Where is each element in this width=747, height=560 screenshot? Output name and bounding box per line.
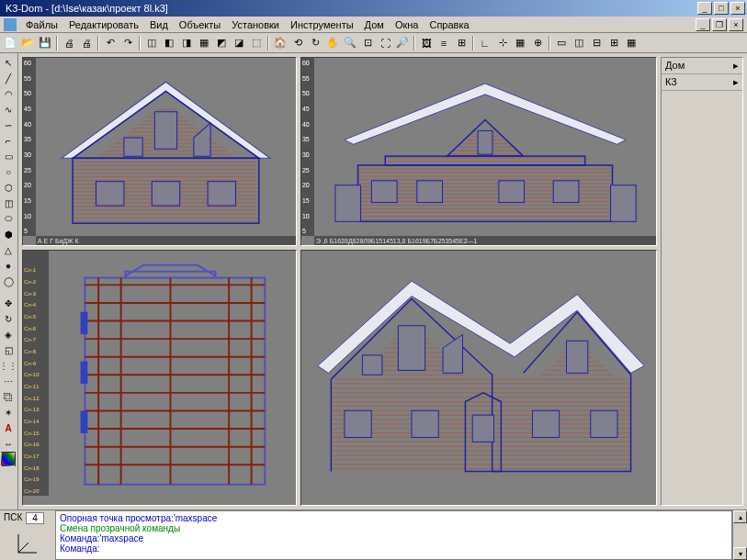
snap-icon[interactable]: ⊹ xyxy=(494,35,511,51)
menu-edit[interactable]: Редактировать xyxy=(63,18,144,31)
window-controls: _ □ × xyxy=(697,2,745,15)
wire-icon[interactable]: ⊞ xyxy=(453,35,470,51)
mirror-icon[interactable]: ◈ xyxy=(1,327,16,342)
menu-help[interactable]: Справка xyxy=(424,18,474,31)
open-icon[interactable]: 📂 xyxy=(19,35,36,51)
sphere-icon[interactable]: ● xyxy=(1,258,16,273)
pan-icon[interactable]: ✋ xyxy=(324,35,341,51)
cube5-icon[interactable]: ◩ xyxy=(213,35,230,51)
cyl-icon[interactable]: ⬭ xyxy=(1,211,16,226)
command-log[interactable]: Опорная точка просмотра:'maxspace Смена … xyxy=(55,510,732,560)
scroll-down-icon[interactable]: ▾ xyxy=(733,547,747,560)
cube1-icon[interactable]: ◫ xyxy=(143,35,160,51)
maximize-button[interactable]: □ xyxy=(714,2,729,15)
home-icon[interactable]: 🏠 xyxy=(272,35,289,51)
viewport-side[interactable]: 51015202530354045505560 xyxy=(300,57,657,246)
mdi-close-button[interactable]: × xyxy=(729,18,743,31)
scroll-up-icon[interactable]: ▴ xyxy=(733,510,747,523)
arr2-icon[interactable]: ⋯ xyxy=(1,374,16,388)
side-tab-k3[interactable]: К3▸ xyxy=(662,74,742,91)
spline-icon[interactable]: ∽ xyxy=(1,118,16,132)
cube3-icon[interactable]: ◨ xyxy=(178,35,195,51)
ortho-icon[interactable]: ∟ xyxy=(477,35,493,51)
exp-icon[interactable]: ✶ xyxy=(1,405,16,420)
grid-icon[interactable]: ▦ xyxy=(512,35,528,51)
copy-icon[interactable]: ⿻ xyxy=(1,389,16,404)
redo-icon[interactable]: ↷ xyxy=(119,35,136,51)
close-button[interactable]: × xyxy=(730,2,745,15)
palette-icon[interactable] xyxy=(1,452,16,466)
cube6-icon[interactable]: ◪ xyxy=(231,35,247,51)
svg-marker-139 xyxy=(443,335,462,374)
viewport-plan[interactable]: Сл-20Сл-19Сл-18Сл-17Сл-16Сл-15Сл-14Сл-13… xyxy=(22,250,297,506)
pline-icon[interactable]: ∿ xyxy=(1,102,16,117)
menu-settings[interactable]: Установки xyxy=(226,18,285,31)
arc-icon[interactable]: ◠ xyxy=(1,86,16,101)
zoom-in-icon[interactable]: 🔍 xyxy=(342,35,358,51)
front-elevation-drawing xyxy=(43,65,289,232)
layers-icon[interactable]: ≡ xyxy=(436,35,452,51)
vp2-icon[interactable]: ◫ xyxy=(571,35,587,51)
vp5-icon[interactable]: ▦ xyxy=(623,35,639,51)
menu-house[interactable]: Дом xyxy=(359,18,390,31)
cmd-scrollbar[interactable]: ▴ ▾ xyxy=(732,510,747,560)
svg-rect-37 xyxy=(96,182,123,206)
move-icon[interactable]: ✥ xyxy=(1,296,16,310)
side-tab-dom[interactable]: Дом▸ xyxy=(662,58,742,74)
viewport-3d[interactable] xyxy=(300,250,657,506)
save-icon[interactable]: 💾 xyxy=(37,35,53,51)
vp3-icon[interactable]: ⊟ xyxy=(588,35,605,51)
text-icon[interactable]: A xyxy=(1,420,16,435)
svg-marker-36 xyxy=(194,123,210,156)
orbit-icon[interactable]: ⟲ xyxy=(289,35,306,51)
main-area: ↖ ╱ ◠ ∿ ∽ ⌐ ▭ ○ ⬡ ◫ ⬭ ⬢ △ ● ◯ ✥ ↻ ◈ ◱ ⋮⋮… xyxy=(0,53,747,510)
box-icon[interactable]: ◫ xyxy=(1,196,16,210)
rotate-icon[interactable]: ↻ xyxy=(1,311,16,326)
undo-icon[interactable]: ↶ xyxy=(102,35,119,51)
vp1-icon[interactable]: ▭ xyxy=(553,35,570,51)
scale-icon[interactable]: ◱ xyxy=(1,342,16,357)
pline2-icon[interactable]: ⌐ xyxy=(1,133,16,148)
right-panel: Дом▸ К3▸ xyxy=(661,57,743,506)
menu-objects[interactable]: Объекты xyxy=(174,18,226,31)
cube2-icon[interactable]: ◧ xyxy=(161,35,177,51)
prism-icon[interactable]: ⬢ xyxy=(1,227,16,241)
zoom-win-icon[interactable]: ⊡ xyxy=(359,35,376,51)
viewport-front[interactable]: 51015202530354045505560 xyxy=(22,57,297,246)
mdi-minimize-button[interactable]: _ xyxy=(696,18,710,31)
poly-icon[interactable]: ⬡ xyxy=(1,180,16,195)
plan-drawing xyxy=(52,258,289,492)
render-icon[interactable]: 🖼 xyxy=(418,35,435,51)
rotz-icon[interactable]: ↻ xyxy=(307,35,323,51)
printv-icon[interactable]: 🖨 xyxy=(78,35,95,51)
vp4-icon[interactable]: ⊞ xyxy=(606,35,622,51)
cmd-line-3: Команда:'maxspace xyxy=(60,533,728,543)
dim-icon[interactable]: ↔ xyxy=(1,436,16,451)
torus-icon[interactable]: ◯ xyxy=(1,274,16,288)
new-icon[interactable]: 📄 xyxy=(2,35,18,51)
menu-windows[interactable]: Окна xyxy=(390,18,424,31)
mdi-restore-button[interactable]: ❐ xyxy=(712,18,727,31)
zoom-prev-icon[interactable]: 🔎 xyxy=(394,35,411,51)
menu-view[interactable]: Вид xyxy=(144,18,174,31)
psk-indicator: ПСК4 xyxy=(0,510,55,560)
axis-icon[interactable]: ⊕ xyxy=(529,35,546,51)
cone-icon[interactable]: △ xyxy=(1,242,16,257)
line-icon[interactable]: ╱ xyxy=(1,71,16,85)
psk-number: 4 xyxy=(26,512,44,524)
minimize-button[interactable]: _ xyxy=(697,2,712,15)
cube4-icon[interactable]: ▦ xyxy=(196,35,212,51)
svg-marker-69 xyxy=(478,130,492,154)
chevron-right-icon: ▸ xyxy=(733,76,739,88)
side-elevation-drawing xyxy=(322,65,649,232)
circle-icon[interactable]: ○ xyxy=(1,164,16,179)
cube7-icon[interactable]: ⬚ xyxy=(248,35,265,51)
print-icon[interactable]: 🖨 xyxy=(61,35,77,51)
select-icon[interactable]: ↖ xyxy=(1,55,16,70)
menu-files[interactable]: Файлы xyxy=(20,18,63,31)
array-icon[interactable]: ⋮⋮ xyxy=(1,358,16,373)
menu-tools[interactable]: Инструменты xyxy=(285,18,359,31)
svg-rect-96 xyxy=(81,411,88,433)
zoom-ext-icon[interactable]: ⛶ xyxy=(377,35,393,51)
rect-icon[interactable]: ▭ xyxy=(1,149,16,163)
